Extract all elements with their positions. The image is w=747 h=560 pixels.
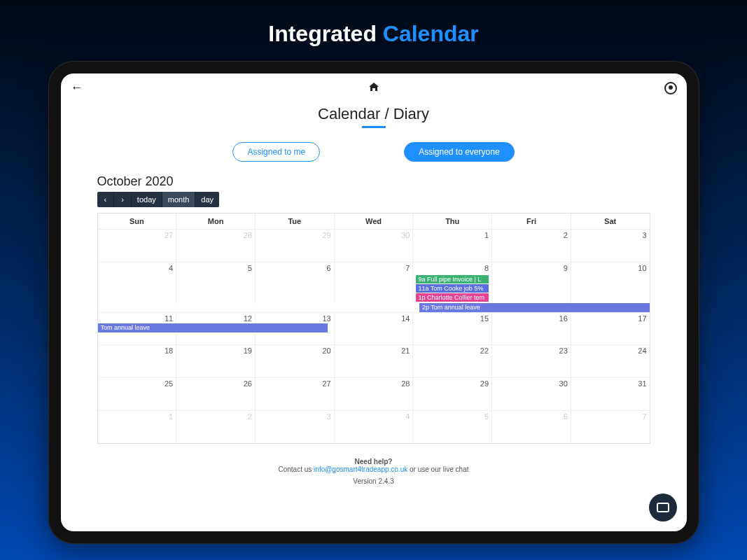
day-number: 30: [401, 231, 410, 239]
day-number: 22: [480, 346, 489, 355]
day-number: 18: [165, 346, 173, 355]
day-cell[interactable]: 20: [256, 345, 335, 377]
day-cell[interactable]: 2: [176, 411, 256, 443]
page-title: Calendar / Diary: [61, 105, 687, 123]
day-number: 7: [405, 264, 410, 272]
day-number: 13: [322, 314, 330, 323]
day-cell[interactable]: 5: [413, 411, 492, 443]
version-label: Version 2.4.3: [61, 477, 687, 485]
day-cell[interactable]: 18: [98, 345, 177, 377]
day-cell[interactable]: 25: [98, 378, 177, 410]
dow-cell: Sat: [571, 214, 650, 229]
day-cell[interactable]: 23: [492, 345, 571, 377]
day-cell[interactable]: 31: [571, 378, 650, 410]
day-cell[interactable]: 7: [335, 262, 414, 304]
day-cell[interactable]: 6: [256, 262, 335, 304]
day-cell[interactable]: 24: [571, 345, 650, 377]
day-cell[interactable]: 19: [176, 345, 256, 377]
day-cell[interactable]: 30: [492, 378, 571, 410]
today-button[interactable]: today: [132, 192, 162, 207]
event-item[interactable]: 9a Full pipe Invoice | L: [416, 275, 489, 284]
day-cell[interactable]: 28: [335, 378, 414, 410]
contact-post: or use our live chat: [407, 465, 468, 473]
day-number: 17: [638, 314, 646, 323]
week-row: 1234567: [98, 410, 650, 443]
day-number: 4: [169, 264, 173, 272]
day-cell[interactable]: 22: [413, 345, 492, 377]
day-number: 9: [564, 264, 568, 272]
day-cell[interactable]: 3: [571, 230, 650, 262]
day-cell[interactable]: 29: [256, 230, 335, 262]
day-cell[interactable]: 28: [176, 230, 256, 262]
week-row: 456789a Full pipe Invoice | L11a Tom Coo…: [98, 262, 650, 304]
day-cell[interactable]: 30: [335, 230, 414, 262]
chat-icon[interactable]: [649, 493, 677, 522]
day-cell[interactable]: 9: [492, 262, 571, 304]
day-number: 26: [244, 379, 252, 388]
day-number: 15: [480, 314, 489, 323]
day-cell[interactable]: 4: [335, 411, 414, 443]
day-cell[interactable]: 2: [492, 230, 571, 262]
day-cell[interactable]: 21: [335, 345, 414, 377]
next-button[interactable]: ›: [114, 192, 132, 207]
day-cell[interactable]: 29: [413, 378, 492, 410]
dow-cell: Sun: [98, 214, 177, 229]
day-cell[interactable]: 10: [571, 262, 650, 304]
day-number: 23: [559, 346, 568, 355]
day-number: 14: [401, 314, 410, 323]
day-cell[interactable]: 1: [98, 411, 177, 443]
day-number: 12: [244, 314, 252, 323]
filter-assigned-to-everyone[interactable]: Assigned to everyone: [404, 142, 514, 162]
home-icon[interactable]: [368, 82, 379, 94]
day-number: 31: [638, 379, 646, 388]
day-number: 1: [484, 231, 489, 239]
dow-cell: Tue: [256, 214, 335, 229]
day-number: 6: [327, 264, 331, 272]
topbar: ←: [61, 74, 687, 102]
event-span[interactable]: 2p Tom annual leave: [419, 303, 650, 312]
day-cell[interactable]: 27: [256, 378, 335, 410]
day-number: 25: [165, 379, 173, 388]
hero-title: Integrated Calendar: [0, 0, 747, 47]
day-cell[interactable]: 89a Full pipe Invoice | L11a Tom Cooke j…: [413, 262, 492, 304]
day-number: 29: [322, 231, 330, 239]
hero-title-part1: Integrated: [268, 21, 383, 46]
day-number: 28: [244, 231, 252, 239]
day-view-button[interactable]: day: [195, 192, 219, 207]
event-span[interactable]: Tom annual leave: [98, 323, 328, 332]
day-cell[interactable]: 27: [98, 230, 177, 262]
footer: Need help? Contact us info@gosmart4trade…: [61, 458, 687, 485]
day-cell[interactable]: 7: [571, 411, 650, 443]
day-number: 2: [564, 231, 568, 239]
day-number: 16: [559, 314, 568, 323]
day-number: 30: [559, 379, 568, 388]
contact-email-link[interactable]: info@gosmart4tradeapp.co.uk: [314, 465, 407, 473]
filter-row: Assigned to me Assigned to everyone: [61, 142, 687, 162]
day-number: 8: [484, 264, 489, 272]
day-cell[interactable]: 6: [492, 411, 571, 443]
day-number: 7: [642, 412, 646, 421]
month-view-button[interactable]: month: [162, 192, 196, 207]
event-item[interactable]: 11a Tom Cooke job 5%: [416, 284, 489, 293]
day-number: 21: [401, 346, 410, 355]
day-number: 2: [248, 412, 252, 421]
back-icon[interactable]: ←: [71, 80, 83, 95]
prev-button[interactable]: ‹: [97, 192, 115, 207]
day-cell[interactable]: 5: [176, 262, 256, 304]
day-cell[interactable]: 4: [98, 262, 177, 304]
day-number: 4: [405, 412, 410, 421]
day-cell[interactable]: 1: [413, 230, 492, 262]
event-item[interactable]: 1p Charlotte Collier tem: [416, 293, 489, 302]
week-row: 27282930123: [98, 229, 650, 262]
dow-cell: Fri: [492, 214, 571, 229]
day-number: 1: [169, 412, 173, 421]
contact-pre: Contact us: [279, 465, 314, 473]
day-cell[interactable]: 26: [176, 378, 256, 410]
day-number: 10: [638, 264, 646, 272]
filter-assigned-to-me[interactable]: Assigned to me: [232, 142, 320, 162]
day-cell[interactable]: 3: [256, 411, 335, 443]
month-label: October 2020: [97, 174, 687, 189]
profile-icon[interactable]: [664, 82, 677, 94]
day-of-week-header: SunMonTueWedThuFriSat: [98, 214, 650, 229]
day-number: 27: [165, 231, 173, 239]
